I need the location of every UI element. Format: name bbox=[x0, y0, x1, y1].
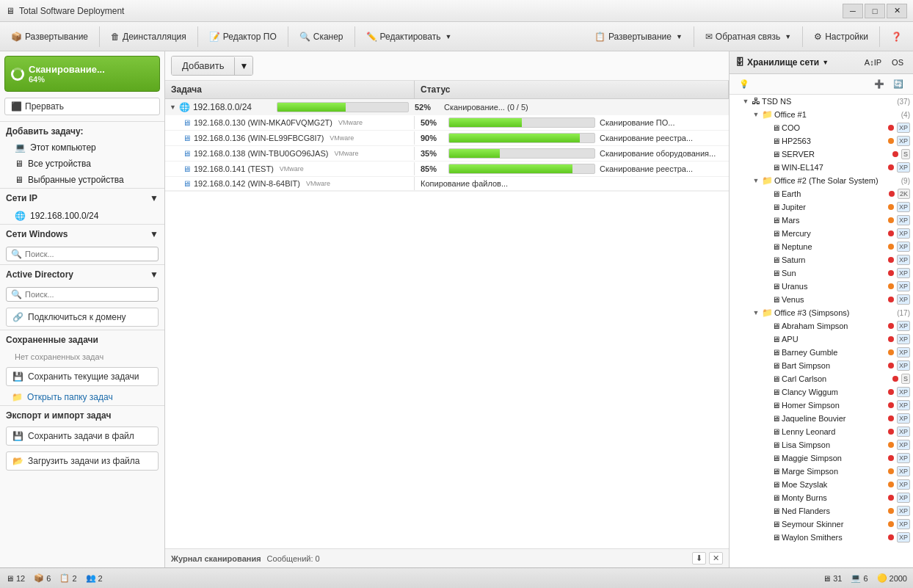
ad-search-icon: 🔍 bbox=[11, 289, 22, 300]
comp-status-dot bbox=[888, 257, 894, 263]
right-refresh-button[interactable]: 🔄 bbox=[890, 77, 907, 91]
tree-computer-1-1[interactable]: 🖥 Jupiter XP bbox=[730, 200, 913, 214]
root-expand-icon: ▼ bbox=[741, 97, 750, 106]
tree-computer-1-0[interactable]: 🖥 Earth 2K bbox=[730, 187, 913, 200]
tree-computer-1-5[interactable]: 🖥 Saturn XP bbox=[730, 253, 913, 266]
tree-computer-2-0[interactable]: 🖥 Abraham Simpson XP bbox=[730, 319, 913, 333]
comp-label: Waylon Smithers bbox=[782, 533, 887, 542]
comp-computer-icon: 🖥 bbox=[772, 335, 780, 344]
task-row[interactable]: 🖥192.168.0.141 (TEST)VMware 85% Сканиров… bbox=[165, 161, 729, 177]
right-view-button[interactable]: A↕IP bbox=[861, 56, 885, 69]
task-row[interactable]: 🖥192.168.0.136 (WIN-EL99FBCG8I7)VMware 9… bbox=[165, 131, 729, 146]
toolbar-separator-6 bbox=[802, 26, 803, 47]
windows-networks-header[interactable]: Сети Windows ▼ bbox=[0, 224, 164, 244]
tree-computer-2-5[interactable]: 🖥 Clancy Wiggum XP bbox=[730, 385, 913, 399]
ip-network-item[interactable]: 🌐 192.168.100.0/24 bbox=[0, 208, 164, 224]
scan-button[interactable]: Сканирование... 64% bbox=[4, 56, 160, 92]
tree-computer-1-6[interactable]: 🖥 Sun XP bbox=[730, 266, 913, 280]
tree-computer-2-9[interactable]: 🖥 Lisa Simpson XP bbox=[730, 438, 913, 451]
load-from-file-button[interactable]: 📂 Загрузить задачи из файла bbox=[6, 451, 159, 471]
uninstall-button[interactable]: 🗑 Деинсталляция bbox=[103, 28, 194, 46]
task-row[interactable]: 🖥192.168.0.130 (WIN-MKA0FVQMG2T)VMware 5… bbox=[165, 115, 729, 131]
selected-devices-item[interactable]: 🖥 Выбранные устройства bbox=[0, 172, 164, 188]
comp-status-dot bbox=[888, 429, 894, 435]
network-icon: 🌐 bbox=[179, 102, 190, 112]
tree-computer-2-12[interactable]: 🖥 Moe Szyslak XP bbox=[730, 478, 913, 491]
deploy-button[interactable]: 📦 Развертывание bbox=[3, 28, 96, 46]
tree-computer-2-11[interactable]: 🖥 Marge Simpson XP bbox=[730, 465, 913, 478]
tree-computer-0-2[interactable]: 🖥 SERVER S bbox=[730, 148, 913, 161]
comp-status-dot bbox=[888, 283, 894, 289]
add-dropdown-main[interactable]: Добавить bbox=[172, 57, 234, 75]
minimize-button[interactable]: ─ bbox=[843, 4, 863, 18]
tree-computer-2-7[interactable]: 🖥 Jaqueline Bouvier XP bbox=[730, 412, 913, 425]
tree-computer-0-0[interactable]: 🖥 COO XP bbox=[730, 121, 913, 134]
ip-networks-header[interactable]: Сети IP ▼ bbox=[0, 188, 164, 208]
tree-computer-1-2[interactable]: 🖥 Mars XP bbox=[730, 214, 913, 227]
deploy-right-button[interactable]: 📋 Развертывание ▼ bbox=[586, 28, 691, 46]
tree-computer-1-8[interactable]: 🖥 Venus XP bbox=[730, 293, 913, 306]
tree-computer-1-4[interactable]: 🖥 Neptune XP bbox=[730, 240, 913, 253]
feedback-button[interactable]: ✉ Обратная связь ▼ bbox=[697, 28, 799, 46]
connect-domain-button[interactable]: 🔗 Подключиться к домену bbox=[6, 308, 159, 327]
right-bulb-button[interactable]: 💡 bbox=[735, 77, 753, 91]
log-clear-button[interactable]: ✕ bbox=[709, 552, 723, 565]
editor-button[interactable]: 📝 Редактор ПО bbox=[201, 28, 285, 46]
right-panel-dropdown-icon[interactable]: ▼ bbox=[822, 59, 829, 66]
scanner-button[interactable]: 🔍 Сканер bbox=[291, 28, 352, 46]
edit-button[interactable]: ✏️ Редактировать ▼ bbox=[358, 28, 460, 46]
tree-computer-1-7[interactable]: 🖥 Uranus XP bbox=[730, 280, 913, 293]
comp-computer-icon: 🖥 bbox=[772, 480, 780, 489]
close-button[interactable]: ✕ bbox=[887, 4, 907, 18]
tree-office-2[interactable]: ▼ 📁 Office #3 (Simpsons) (17) bbox=[730, 306, 913, 319]
stat-tasks-icon: 📋 bbox=[59, 573, 70, 583]
right-os-filter-button[interactable]: OS bbox=[888, 56, 907, 69]
active-directory-search[interactable]: 🔍 bbox=[6, 287, 159, 302]
log-export-button[interactable]: ⬇ bbox=[692, 552, 706, 565]
task-status-text: Сканирование оборудования... bbox=[600, 149, 716, 158]
tree-computer-2-14[interactable]: 🖥 Ned Flanders XP bbox=[730, 504, 913, 518]
tree-computer-2-4[interactable]: 🖥 Carl Carlson S bbox=[730, 372, 913, 385]
all-devices-item[interactable]: 🖥 Все устройства bbox=[0, 156, 164, 172]
tree-office-1[interactable]: ▼ 📁 Office #2 (The Solar System) (9) bbox=[730, 174, 913, 187]
tree-computer-0-3[interactable]: 🖥 WIN-EL147 XP bbox=[730, 161, 913, 174]
tree-computer-2-16[interactable]: 🖥 Waylon Smithers XP bbox=[730, 531, 913, 544]
task-column-header: Задача bbox=[165, 81, 415, 98]
this-computer-item[interactable]: 💻 Этот компьютер bbox=[0, 139, 164, 156]
feedback-icon: ✉ bbox=[705, 32, 713, 42]
tree-computer-2-10[interactable]: 🖥 Maggie Simpson XP bbox=[730, 451, 913, 465]
add-dropdown[interactable]: Добавить ▼ bbox=[171, 56, 253, 76]
settings-button[interactable]: ⚙ Настройки bbox=[806, 28, 876, 46]
network-group-header[interactable]: ▼ 🌐 192.168.0.0/24 52% Сканирование... (… bbox=[165, 99, 729, 115]
tree-computer-2-1[interactable]: 🖥 APU XP bbox=[730, 333, 913, 346]
active-directory-header[interactable]: Active Directory ▼ bbox=[0, 264, 164, 284]
save-to-file-button[interactable]: 💾 Сохранить задачи в файл bbox=[6, 427, 159, 446]
office-folder-icon: 📁 bbox=[762, 308, 773, 318]
tree-computer-2-13[interactable]: 🖥 Monty Burns XP bbox=[730, 491, 913, 504]
task-row[interactable]: 🖥192.168.0.142 (WIN-8-64BIT)VMwareКопиро… bbox=[165, 177, 729, 191]
maximize-button[interactable]: □ bbox=[865, 4, 885, 18]
save-tasks-button[interactable]: 💾 Сохранить текущие задачи bbox=[6, 367, 159, 386]
stop-button[interactable]: ⬛ Прервать bbox=[4, 98, 160, 115]
toolbar-separator-2 bbox=[197, 26, 198, 47]
tree-computer-2-15[interactable]: 🖥 Seymour Skinner XP bbox=[730, 518, 913, 531]
tree-computer-1-3[interactable]: 🖥 Mercury XP bbox=[730, 227, 913, 240]
tree-root-node[interactable]: ▼ 🖧 TSD NS (37) bbox=[730, 95, 913, 108]
saved-tasks-header[interactable]: Сохраненные задачи bbox=[0, 330, 164, 349]
windows-networks-search-input[interactable] bbox=[25, 250, 153, 258]
help-button[interactable]: ❓ bbox=[883, 28, 910, 46]
tree-computer-2-3[interactable]: 🖥 Bart Simpson XP bbox=[730, 359, 913, 372]
comp-expand-icon bbox=[762, 282, 771, 291]
windows-networks-search[interactable]: 🔍 bbox=[6, 247, 159, 261]
task-row[interactable]: 🖥192.168.0.138 (WIN-TBU0GO96JAS)VMware 3… bbox=[165, 146, 729, 161]
open-tasks-folder-link[interactable]: 📁 Открыть папку задач bbox=[0, 389, 164, 405]
tree-computer-2-8[interactable]: 🖥 Lenny Leonard XP bbox=[730, 425, 913, 438]
tree-computer-2-2[interactable]: 🖥 Barney Gumble XP bbox=[730, 346, 913, 359]
tree-computer-0-1[interactable]: 🖥 HP2563 XP bbox=[730, 134, 913, 148]
tree-computer-2-6[interactable]: 🖥 Homer Simpson XP bbox=[730, 399, 913, 412]
tree-office-0[interactable]: ▼ 📁 Office #1 (4) bbox=[730, 108, 913, 121]
right-add-button[interactable]: ➕ bbox=[870, 77, 888, 91]
active-directory-search-input[interactable] bbox=[25, 290, 153, 299]
comp-label: HP2563 bbox=[782, 137, 887, 145]
add-dropdown-arrow[interactable]: ▼ bbox=[234, 57, 252, 75]
